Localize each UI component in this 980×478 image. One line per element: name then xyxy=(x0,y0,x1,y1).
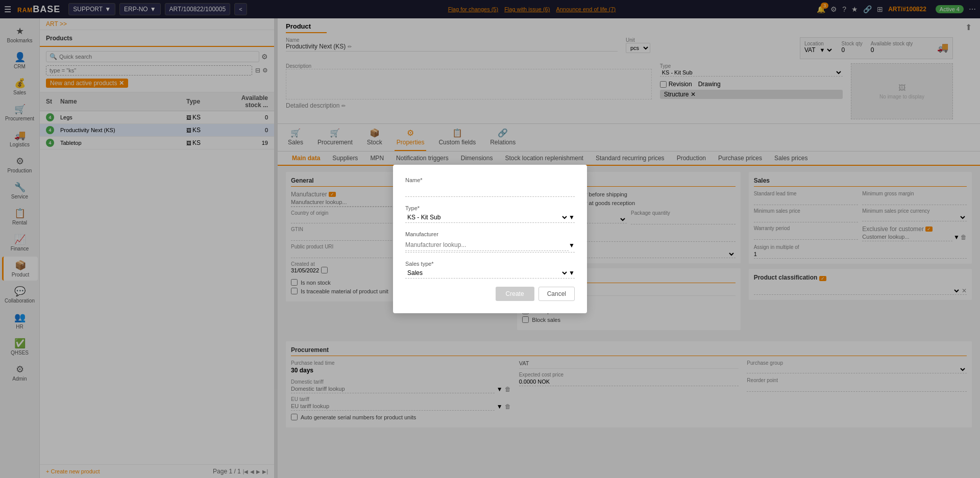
modal-manufacturer-input[interactable] xyxy=(405,239,569,251)
modal-create-button[interactable]: Create xyxy=(496,287,534,301)
modal-sales-type-select[interactable]: Sales xyxy=(405,269,569,277)
modal-overlay: Name* Type* KS - Kit Sub ▼ Manufacturer … xyxy=(0,0,980,478)
modal-actions: Create Cancel xyxy=(405,287,575,301)
modal-type-field: Type* KS - Kit Sub ▼ xyxy=(405,205,575,223)
modal-manufacturer-label: Manufacturer xyxy=(405,231,575,237)
modal-manufacturer-field: Manufacturer ▼ xyxy=(405,231,575,253)
modal-name-field: Name* xyxy=(405,177,575,197)
modal-name-input[interactable] xyxy=(405,185,575,197)
modal-sales-type-field: Sales type* Sales ▼ xyxy=(405,261,575,279)
modal-sales-type-label: Sales type* xyxy=(405,261,575,267)
modal-type-label: Type* xyxy=(405,205,575,211)
create-product-modal: Name* Type* KS - Kit Sub ▼ Manufacturer … xyxy=(393,165,587,313)
modal-cancel-button[interactable]: Cancel xyxy=(538,287,575,301)
modal-type-select[interactable]: KS - Kit Sub xyxy=(405,213,569,221)
modal-name-label: Name* xyxy=(405,177,575,183)
